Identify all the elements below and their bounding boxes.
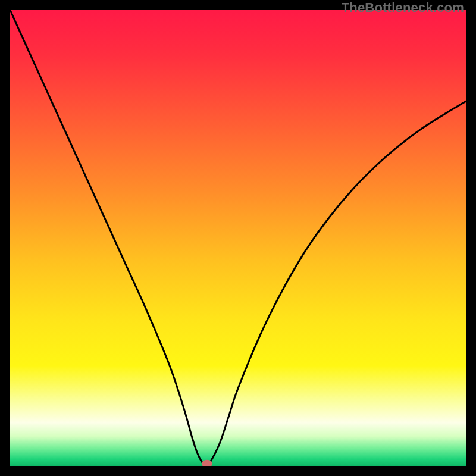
watermark-text: TheBottleneck.com bbox=[342, 0, 464, 15]
gradient-background bbox=[10, 10, 466, 466]
chart-container: TheBottleneck.com bbox=[0, 0, 476, 476]
plot-area bbox=[10, 10, 466, 466]
bottleneck-chart bbox=[10, 10, 466, 466]
